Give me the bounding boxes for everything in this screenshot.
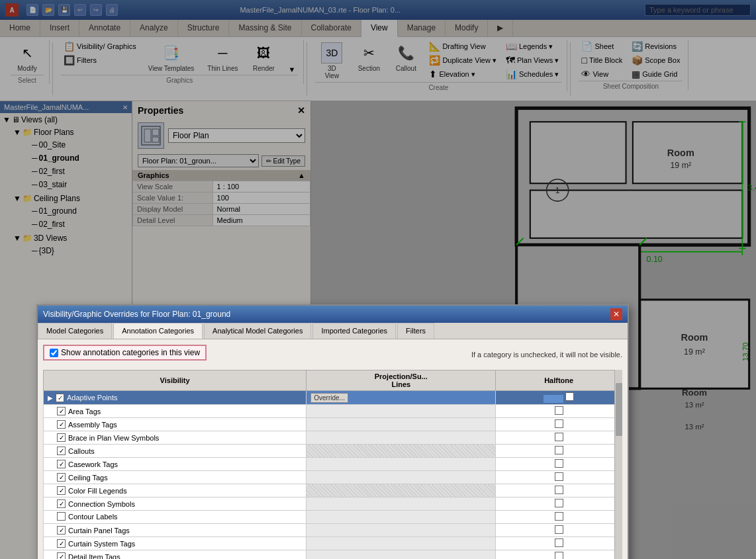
- halftone-check-detail-item[interactable]: [555, 552, 563, 559]
- halftone-check-brace[interactable]: [555, 433, 563, 441]
- checkbox-brace[interactable]: [57, 433, 66, 442]
- label-connection-symbols: Connection Symbols: [68, 500, 135, 508]
- checkbox-detail-item[interactable]: [57, 552, 66, 559]
- modal-titlebar: Visibility/Graphic Overrides for Floor P…: [38, 306, 628, 323]
- checkbox-connection-symbols[interactable]: [57, 499, 66, 508]
- show-annotation-label: Show annotation categories in this view: [61, 348, 200, 357]
- halftone-check-ceiling[interactable]: [555, 472, 563, 481]
- scrollbar-thumb[interactable]: [616, 383, 622, 436]
- halftone-check-area[interactable]: [555, 406, 563, 415]
- proj-curtain-system: [307, 537, 496, 550]
- table-row[interactable]: Connection Symbols: [44, 497, 622, 511]
- half-curtain-panel[interactable]: [496, 524, 622, 537]
- label-brace: Brace in Plan View Symbols: [68, 434, 159, 442]
- half-casework-tags[interactable]: [496, 458, 622, 471]
- modal-table-wrap: Visibility Projection/Su...Lines Halfton…: [43, 370, 622, 559]
- modal-hint-text: If a category is unchecked, it will not …: [471, 351, 622, 359]
- row-assembly-tags: Assembly Tags: [44, 418, 307, 431]
- checkbox-curtain-system[interactable]: [57, 539, 66, 548]
- row-detail-item-tags: Detail Item Tags: [44, 550, 307, 559]
- table-row[interactable]: Curtain Panel Tags: [44, 524, 622, 537]
- col-halftone: Halftone: [496, 370, 622, 391]
- label-contour-labels: Contour Labels: [68, 513, 118, 521]
- checkbox-assembly-tags[interactable]: [57, 420, 66, 429]
- half-connection-symbols[interactable]: [496, 497, 622, 511]
- checkbox-area-tags[interactable]: [57, 407, 66, 415]
- proj-ceiling-tags: [307, 471, 496, 484]
- row-curtain-panel-tags: Curtain Panel Tags: [44, 524, 307, 537]
- modal-title: Visibility/Graphic Overrides for Floor P…: [43, 310, 230, 319]
- label-casework-tags: Casework Tags: [68, 460, 118, 468]
- label-adaptive-points: Adaptive Points: [67, 394, 117, 402]
- proj-casework-tags: [307, 458, 496, 471]
- checkbox-callouts[interactable]: [57, 447, 66, 455]
- halftone-check-contour[interactable]: [555, 512, 563, 521]
- tab-analytical-model[interactable]: Analytical Model Categories: [204, 323, 311, 339]
- half-assembly-tags[interactable]: [496, 418, 622, 431]
- row-ceiling-tags: Ceiling Tags: [44, 471, 307, 484]
- proj-assembly-tags: [307, 418, 496, 431]
- halftone-check-curtain-system[interactable]: [555, 538, 563, 547]
- row-brace: Brace in Plan View Symbols: [44, 431, 307, 445]
- checkbox-casework-tags[interactable]: [57, 460, 66, 468]
- checkbox-ceiling-tags[interactable]: [57, 473, 66, 482]
- table-scrollbar[interactable]: [614, 370, 622, 559]
- halftone-check-curtain-panel[interactable]: [555, 525, 563, 534]
- tab-model-categories[interactable]: Model Categories: [38, 323, 112, 339]
- halftone-check-adaptive[interactable]: [565, 392, 574, 401]
- proj-color-fill: [307, 484, 496, 497]
- row-area-tags: Area Tags: [44, 405, 307, 418]
- half-ceiling-tags[interactable]: [496, 471, 622, 484]
- table-row[interactable]: Contour Labels: [44, 511, 622, 524]
- table-row[interactable]: Curtain System Tags: [44, 537, 622, 550]
- table-row[interactable]: Color Fill Legends: [44, 484, 622, 497]
- half-contour-labels[interactable]: [496, 511, 622, 524]
- halftone-check-connection[interactable]: [555, 499, 563, 507]
- table-row[interactable]: Assembly Tags: [44, 418, 622, 431]
- col-projection: Projection/Su...Lines: [307, 370, 496, 391]
- override-button[interactable]: Override...: [310, 393, 348, 403]
- show-annotation-checkbox-row[interactable]: Show annotation categories in this view: [43, 345, 207, 361]
- label-detail-item-tags: Detail Item Tags: [68, 553, 120, 559]
- half-adaptive-points[interactable]: [496, 391, 622, 405]
- proj-callouts: [307, 445, 496, 458]
- table-row[interactable]: Casework Tags: [44, 458, 622, 471]
- half-curtain-system[interactable]: [496, 537, 622, 550]
- table-row[interactable]: Area Tags: [44, 405, 622, 418]
- proj-curtain-panel: [307, 524, 496, 537]
- half-detail-item[interactable]: [496, 550, 622, 559]
- table-row[interactable]: Ceiling Tags: [44, 471, 622, 484]
- proj-adaptive-points[interactable]: Override...: [307, 391, 496, 405]
- row-connection-symbols: Connection Symbols: [44, 497, 307, 511]
- label-assembly-tags: Assembly Tags: [68, 421, 117, 429]
- proj-brace: [307, 431, 496, 445]
- halftone-check-callouts[interactable]: [555, 446, 563, 454]
- table-row[interactable]: Detail Item Tags: [44, 550, 622, 559]
- half-brace[interactable]: [496, 431, 622, 445]
- modal-body: Show annotation categories in this view …: [38, 339, 628, 559]
- checkbox-adaptive-points[interactable]: [56, 394, 64, 402]
- checkbox-curtain-panel[interactable]: [57, 526, 66, 535]
- table-row[interactable]: Callouts: [44, 445, 622, 458]
- tab-imported-categories[interactable]: Imported Categories: [312, 323, 396, 339]
- table-row[interactable]: ▶ Adaptive Points Override...: [44, 391, 622, 405]
- half-color-fill[interactable]: [496, 484, 622, 497]
- tab-annotation-categories[interactable]: Annotation Categories: [113, 323, 203, 339]
- proj-area-tags: [307, 405, 496, 418]
- half-callouts[interactable]: [496, 445, 622, 458]
- halftone-check-color-fill[interactable]: [555, 486, 563, 494]
- checkbox-color-fill[interactable]: [57, 486, 66, 495]
- half-area-tags[interactable]: [496, 405, 622, 418]
- halftone-check-assembly[interactable]: [555, 419, 563, 428]
- tab-filters[interactable]: Filters: [397, 323, 434, 339]
- expand-icon: ▶: [48, 394, 53, 402]
- row-adaptive-points[interactable]: ▶ Adaptive Points: [44, 391, 307, 405]
- modal-close-button[interactable]: ✕: [610, 308, 622, 320]
- checkbox-contour-labels[interactable]: [57, 512, 66, 521]
- show-annotation-checkbox[interactable]: [50, 349, 58, 357]
- visibility-graphic-overrides-dialog: Visibility/Graphic Overrides for Floor P…: [36, 304, 629, 559]
- halftone-check-casework[interactable]: [555, 459, 563, 468]
- table-row[interactable]: Brace in Plan View Symbols: [44, 431, 622, 445]
- modal-overlay: Visibility/Graphic Overrides for Floor P…: [0, 0, 756, 559]
- label-curtain-system-tags: Curtain System Tags: [68, 540, 135, 548]
